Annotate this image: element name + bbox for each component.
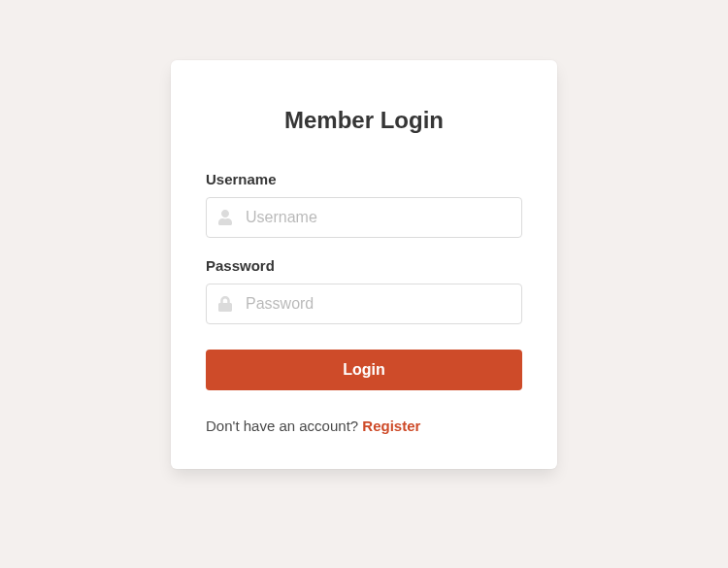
- username-label: Username: [206, 171, 522, 187]
- register-link[interactable]: Register: [362, 418, 420, 434]
- submit-field: Login: [206, 344, 522, 390]
- password-input[interactable]: [206, 284, 522, 324]
- page-title: Member Login: [206, 107, 522, 134]
- register-row: Don't have an account? Register: [206, 418, 522, 434]
- password-label: Password: [206, 257, 522, 274]
- password-field: Password: [206, 257, 522, 324]
- login-button[interactable]: Login: [206, 350, 522, 390]
- password-control: [206, 284, 522, 324]
- username-control: [206, 197, 522, 238]
- username-input[interactable]: [206, 197, 522, 238]
- register-prompt: Don't have an account?: [206, 418, 362, 434]
- login-card: Member Login Username Password Login Do: [171, 60, 557, 469]
- username-field: Username: [206, 171, 522, 238]
